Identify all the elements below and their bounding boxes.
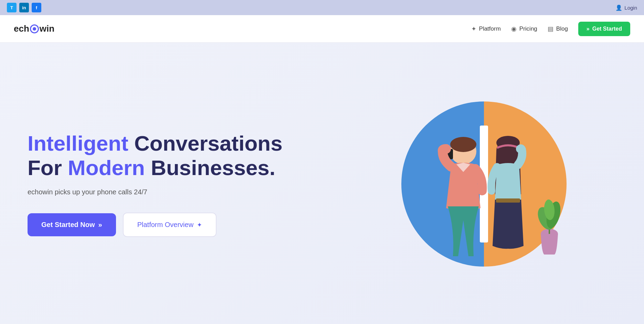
- logo[interactable]: echwin: [14, 23, 54, 34]
- nav-pricing[interactable]: ◉ Pricing: [511, 25, 537, 33]
- login-label: Login: [624, 5, 637, 11]
- linkedin-icon[interactable]: in: [19, 3, 29, 12]
- get-started-nav-chevron: »: [587, 26, 590, 32]
- platform-overview-label: Platform Overview: [137, 221, 193, 229]
- facebook-icon[interactable]: f: [32, 3, 41, 12]
- logo-text-start: ech: [14, 23, 29, 34]
- user-icon: 👤: [615, 4, 622, 11]
- svg-point-6: [450, 137, 476, 152]
- hero-content: Intelligent Conversations For Modern Bus…: [28, 131, 351, 237]
- nav-links: ✦ Platform ◉ Pricing ▤ Blog » Get Starte…: [471, 22, 630, 36]
- hero-section: Intelligent Conversations For Modern Bus…: [0, 43, 644, 324]
- hero-illustration: [351, 98, 616, 270]
- platform-nav-icon: ✦: [471, 25, 476, 33]
- hero-title-highlight1: Intelligent: [28, 131, 128, 155]
- get-started-now-chevron: »: [98, 221, 102, 229]
- hero-title-text1: Conversations: [128, 131, 283, 155]
- social-bar: T in f 👤 Login: [0, 0, 644, 15]
- social-icons: T in f: [7, 3, 41, 12]
- hero-title-line2-start: For: [28, 156, 68, 180]
- nav-platform-label: Platform: [479, 25, 501, 32]
- nav-blog[interactable]: ▤ Blog: [548, 25, 568, 33]
- blog-nav-icon: ▤: [548, 25, 553, 33]
- navbar: echwin ✦ Platform ◉ Pricing ▤ Blog » Get…: [0, 15, 644, 43]
- nav-blog-label: Blog: [556, 25, 568, 32]
- logo-o: [30, 24, 39, 33]
- hero-title-line2-end: Businesses.: [145, 156, 275, 180]
- get-started-nav-button[interactable]: » Get Started: [578, 22, 630, 36]
- login-link[interactable]: 👤 Login: [615, 4, 637, 11]
- get-started-nav-label: Get Started: [592, 26, 622, 32]
- svg-rect-12: [496, 198, 520, 203]
- twitter-icon[interactable]: T: [7, 3, 17, 12]
- platform-overview-button[interactable]: Platform Overview ✦: [123, 213, 217, 237]
- hero-subtitle: echowin picks up your phone calls 24/7: [28, 188, 351, 196]
- logo-text-end: win: [40, 23, 54, 34]
- pricing-nav-icon: ◉: [511, 25, 517, 33]
- get-started-now-label: Get Started Now: [41, 221, 95, 229]
- platform-overview-icon: ✦: [197, 221, 202, 229]
- hero-buttons: Get Started Now » Platform Overview ✦: [28, 213, 351, 237]
- nav-pricing-label: Pricing: [519, 25, 537, 32]
- illustration-svg: [398, 98, 570, 270]
- nav-platform[interactable]: ✦ Platform: [471, 25, 501, 33]
- get-started-now-button[interactable]: Get Started Now »: [28, 213, 116, 236]
- hero-title: Intelligent Conversations For Modern Bus…: [28, 131, 351, 180]
- hero-title-highlight2: Modern: [68, 156, 145, 180]
